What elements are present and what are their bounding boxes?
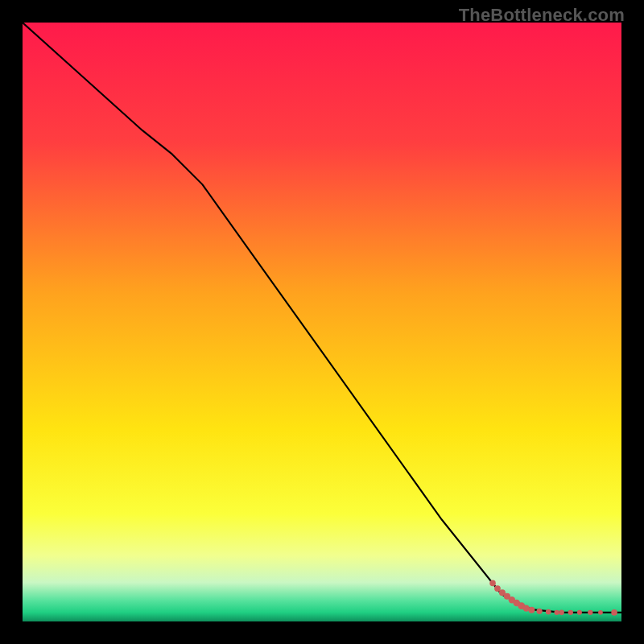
- marker-dot: [611, 609, 617, 616]
- marker-dot: [598, 610, 603, 615]
- marker-dot: [559, 610, 564, 616]
- marker-dot: [536, 609, 542, 614]
- chart-background: [23, 23, 621, 621]
- bottleneck-chart: [23, 23, 621, 621]
- chart-stage: TheBottleneck.com: [0, 0, 644, 644]
- marker-dot: [528, 607, 535, 613]
- marker-dot: [568, 610, 573, 615]
- marker-dot: [489, 580, 496, 587]
- marker-dot: [554, 610, 559, 615]
- marker-dot: [577, 610, 582, 615]
- marker-dot: [494, 585, 501, 592]
- marker-dot: [546, 609, 551, 615]
- marker-dot: [588, 610, 592, 615]
